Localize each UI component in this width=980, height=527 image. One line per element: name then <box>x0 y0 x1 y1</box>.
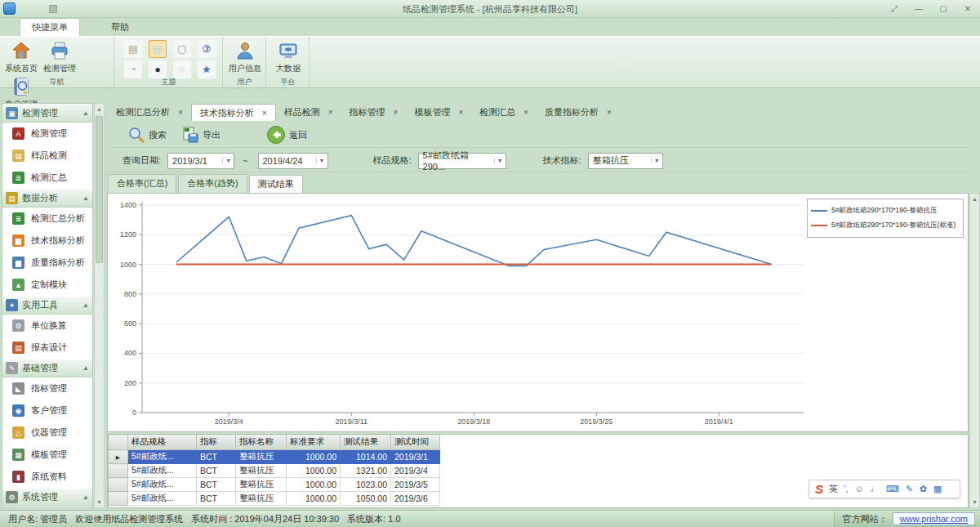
minimize-button[interactable]: — <box>911 2 926 15</box>
search-button[interactable]: 搜索 <box>122 124 172 145</box>
table-cell[interactable]: 1050.00 <box>341 492 391 506</box>
close-tab-icon[interactable]: × <box>262 109 267 118</box>
row-selector-cell[interactable] <box>109 492 128 506</box>
home-button[interactable]: 系统首页 <box>3 38 39 74</box>
collapse-chevron-icon[interactable]: ▲ <box>82 194 89 202</box>
ribbon-tab-inactive[interactable]: 帮助 <box>100 19 140 37</box>
sidebar-group-3[interactable]: ✎基础管理▲ <box>2 359 92 377</box>
office-theme-selected[interactable]: ▦ <box>149 40 167 58</box>
collapse-chevron-icon[interactable]: ▲ <box>82 109 89 117</box>
dark-theme[interactable]: ● <box>149 60 167 78</box>
skin-button[interactable]: ⤢ <box>887 2 902 15</box>
scroll-up-icon[interactable]: ▲ <box>970 194 979 204</box>
table-cell[interactable]: 1014.00 <box>341 450 391 464</box>
table-cell[interactable]: BCT <box>197 450 236 464</box>
skin-icon[interactable]: ✿ <box>920 484 927 494</box>
scroll-up-icon[interactable]: ▲ <box>95 104 104 114</box>
scroll-down-icon[interactable]: ▼ <box>970 497 979 507</box>
sidebar-item[interactable]: ▤样品检测 <box>2 145 92 167</box>
scroll-down-icon[interactable]: ▼ <box>95 497 104 507</box>
emoji-icon[interactable]: ☺ <box>855 484 864 494</box>
sidebar-item[interactable]: ▆质量指标分析 <box>2 252 92 274</box>
sidebar-group-4[interactable]: ⚙系统管理▲ <box>2 488 92 507</box>
mic-icon[interactable]: ♩ <box>871 484 880 494</box>
sidebar-scroll-thumb[interactable] <box>96 116 103 263</box>
keyboard-icon[interactable]: ⌨ <box>886 484 899 494</box>
sidebar-item[interactable]: 品部门管理 <box>2 507 92 508</box>
handwriting-icon[interactable]: ✎ <box>906 484 913 494</box>
table-cell[interactable]: 2019/3/4 <box>391 464 440 478</box>
table-cell[interactable]: 1000.00 <box>287 450 341 464</box>
sidebar-item[interactable]: ▮原纸资料 <box>2 466 92 488</box>
column-header[interactable]: 样品规格 <box>128 435 197 450</box>
bigdata-button[interactable]: 大数据 <box>270 38 306 74</box>
table-row[interactable]: ▸5#邮政纸...BCT整箱抗压1000.001014.002019/3/1 <box>109 450 440 464</box>
row-selector-cell[interactable] <box>109 464 128 478</box>
document-tab[interactable]: 质量指标分析× <box>537 104 620 121</box>
sidebar-item[interactable]: A检测管理 <box>2 123 92 145</box>
close-tab-icon[interactable]: × <box>523 108 528 117</box>
table-cell[interactable]: 整箱抗压 <box>236 464 287 478</box>
table-row[interactable]: 5#邮政纸...BCT整箱抗压1000.001321.002019/3/4 <box>109 464 440 478</box>
silver-theme[interactable]: ▢ <box>173 40 191 58</box>
sub-tab[interactable]: 合格率(趋势) <box>178 174 247 193</box>
table-row[interactable]: 5#邮政纸...BCT整箱抗压1000.001023.002019/3/5 <box>109 478 440 492</box>
table-cell[interactable]: BCT <box>197 478 236 492</box>
ime-mode-toggle[interactable]: 英 <box>829 483 838 495</box>
notebook-theme[interactable]: ▤ <box>124 40 142 58</box>
site-link[interactable]: www.prishar.com <box>893 512 975 525</box>
sidebar-item[interactable]: ▦模板管理 <box>2 444 92 466</box>
table-row[interactable]: 5#邮政纸...BCT整箱抗压1000.001050.002019/3/6 <box>109 492 440 506</box>
document-tab[interactable]: 样品检测× <box>276 104 341 121</box>
toolbox-icon[interactable]: ▦ <box>933 484 942 494</box>
export-button[interactable]: 导出 <box>176 124 225 145</box>
table-cell[interactable]: 2019/3/1 <box>391 450 440 464</box>
sidebar-item[interactable]: ⚙单位换算 <box>2 315 92 337</box>
user-info-button[interactable]: 用户信息 <box>227 38 263 74</box>
maximize-button[interactable]: ▢ <box>936 2 951 15</box>
table-cell[interactable]: 1000.00 <box>287 478 341 492</box>
back-button[interactable]: 返回 <box>261 123 312 146</box>
close-tab-icon[interactable]: × <box>328 108 333 117</box>
column-header[interactable]: 指标 <box>197 435 236 450</box>
table-cell[interactable]: 2019/3/6 <box>391 492 440 506</box>
ribbon-tab-active[interactable]: 快捷菜单 <box>20 18 80 37</box>
table-cell[interactable]: 5#邮政纸... <box>128 492 197 506</box>
win7-theme[interactable]: ⑦ <box>198 40 216 58</box>
table-cell[interactable]: 整箱抗压 <box>236 478 287 492</box>
column-header[interactable]: 标准要求 <box>287 435 341 450</box>
document-tab[interactable]: 检测汇总× <box>471 104 537 121</box>
table-cell[interactable]: 5#邮政纸... <box>128 478 197 492</box>
table-cell[interactable]: 整箱抗压 <box>236 450 287 464</box>
content-scrollbar[interactable]: ▲ ▼ <box>969 193 980 508</box>
table-cell[interactable]: 5#邮政纸... <box>128 464 197 478</box>
table-cell[interactable]: 2019/3/5 <box>391 478 440 492</box>
sidebar-item[interactable]: ▤报表设计 <box>2 337 92 359</box>
sidebar-item[interactable]: ◉客户管理 <box>2 400 92 422</box>
close-tab-icon[interactable]: × <box>178 108 183 117</box>
table-cell[interactable]: BCT <box>197 492 236 506</box>
column-header[interactable]: 指标名称 <box>236 435 287 450</box>
collapse-chevron-icon[interactable]: ▲ <box>82 301 89 309</box>
sidebar-item[interactable]: ≣检测汇总 <box>2 167 92 189</box>
sidebar-item[interactable]: ≣检测汇总分析 <box>2 208 92 230</box>
sidebar-group-2[interactable]: ✦实用工具▲ <box>2 296 92 315</box>
sidebar-scrollbar[interactable]: ▲ ▼ <box>94 103 105 508</box>
sub-tab[interactable]: 合格率(汇总) <box>108 174 176 193</box>
sidebar-item[interactable]: △仪器管理 <box>2 422 92 444</box>
sidebar-item[interactable]: ▲定制模块 <box>2 274 92 296</box>
punctuation-icon[interactable]: ’, <box>844 484 849 494</box>
close-tab-icon[interactable]: × <box>394 108 399 117</box>
column-header[interactable]: 测试时间 <box>391 435 440 450</box>
date-to-select[interactable]: 2019/4/24 ▼ <box>258 153 328 169</box>
row-selector-cell[interactable] <box>109 478 128 492</box>
document-tab[interactable]: 检测汇总分析× <box>108 104 191 121</box>
close-tab-icon[interactable]: × <box>458 108 463 117</box>
table-cell[interactable]: BCT <box>197 464 236 478</box>
table-cell[interactable]: 整箱抗压 <box>236 492 287 506</box>
close-tab-icon[interactable]: × <box>607 108 612 117</box>
document-tab[interactable]: 模板管理× <box>406 104 471 121</box>
document-tab[interactable]: 指标管理× <box>341 104 407 121</box>
pie-theme[interactable]: ◔ <box>124 60 142 78</box>
sub-tab[interactable]: 测试结果 <box>249 175 303 194</box>
